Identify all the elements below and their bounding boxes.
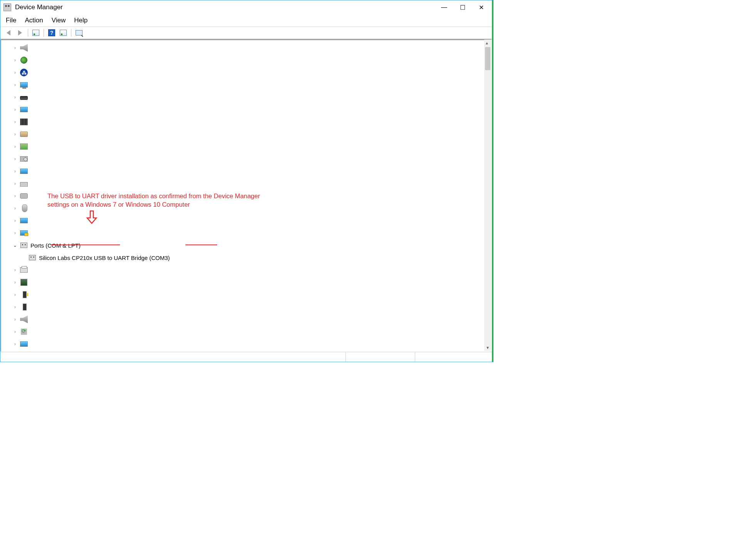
sensors-icon bbox=[20, 303, 28, 311]
tree-item-cp210x[interactable]: Silicon Labs CP210x USB to UART Bridge (… bbox=[13, 251, 484, 264]
tree-item[interactable]: › bbox=[13, 103, 484, 116]
tree-item[interactable]: › bbox=[13, 91, 484, 103]
tree-item[interactable]: › bbox=[13, 54, 484, 66]
serial-port-icon bbox=[28, 253, 37, 262]
tree-item[interactable]: › bbox=[13, 276, 484, 288]
chevron-right-icon[interactable]: › bbox=[13, 329, 17, 334]
imaging-devices-icon bbox=[20, 155, 28, 163]
bluetooth-icon: ⁂ bbox=[20, 68, 28, 77]
tree-item[interactable]: › bbox=[13, 128, 484, 140]
tree-item[interactable]: › bbox=[13, 153, 484, 165]
chevron-right-icon[interactable]: › bbox=[13, 193, 17, 199]
tree-item[interactable]: › bbox=[13, 301, 484, 313]
nav-back-button[interactable] bbox=[3, 29, 13, 37]
tree-item[interactable]: › bbox=[13, 264, 484, 276]
menu-view[interactable]: View bbox=[52, 17, 66, 24]
print-queues-icon bbox=[20, 266, 28, 274]
tree-item-ports[interactable]: ⌄ Ports (COM & LPT) bbox=[13, 239, 484, 251]
tree-item[interactable]: › bbox=[13, 116, 484, 128]
arrow-left-icon bbox=[7, 30, 10, 35]
scroll-down-icon[interactable]: ▼ bbox=[486, 344, 490, 351]
maximize-button[interactable]: ☐ bbox=[453, 1, 472, 13]
tree-item[interactable]: › bbox=[13, 288, 484, 301]
chevron-right-icon[interactable]: › bbox=[13, 82, 17, 88]
help-button[interactable]: ? bbox=[47, 29, 57, 37]
sheet-icon bbox=[32, 30, 39, 36]
chevron-right-icon[interactable]: › bbox=[13, 156, 17, 162]
hid-icon bbox=[20, 130, 28, 138]
tree-item[interactable]: › bbox=[13, 214, 484, 227]
display-adapters-icon bbox=[20, 105, 28, 114]
tree-item[interactable]: › bbox=[13, 140, 484, 153]
annotation-text: The USB to UART driver installation as c… bbox=[47, 192, 263, 209]
chevron-right-icon[interactable]: › bbox=[13, 144, 17, 149]
tree-item[interactable]: ›⁂ bbox=[13, 66, 484, 79]
chevron-right-icon[interactable]: › bbox=[13, 341, 17, 347]
chevron-right-icon[interactable]: › bbox=[13, 169, 17, 174]
tree-item[interactable]: › bbox=[13, 42, 484, 54]
window-controls: — ☐ ✕ bbox=[435, 1, 490, 13]
chevron-right-icon[interactable]: › bbox=[13, 57, 17, 63]
scroll-up-icon[interactable]: ▲ bbox=[485, 40, 490, 46]
device-tree[interactable]: › › ›⁂ › › › › › › › › › › › › › ⌄ Ports… bbox=[1, 40, 484, 351]
toolbar-separator bbox=[71, 29, 71, 37]
ide-controllers-icon bbox=[20, 142, 28, 151]
security-devices-icon bbox=[20, 290, 28, 299]
nav-forward-button[interactable] bbox=[15, 29, 25, 37]
titlebar: Device Manager — ☐ ✕ bbox=[0, 0, 492, 14]
properties-button[interactable] bbox=[31, 29, 41, 37]
menu-action[interactable]: Action bbox=[25, 17, 43, 24]
chevron-right-icon[interactable]: › bbox=[13, 230, 17, 236]
close-button[interactable]: ✕ bbox=[472, 1, 490, 13]
chevron-right-icon[interactable]: › bbox=[13, 94, 17, 100]
arrow-right-icon bbox=[18, 30, 22, 35]
toolbar-separator bbox=[44, 29, 44, 37]
tree-item[interactable]: › bbox=[13, 338, 484, 350]
processors-icon bbox=[20, 278, 28, 287]
tree-item[interactable]: › bbox=[13, 326, 484, 338]
chevron-right-icon[interactable]: › bbox=[13, 181, 17, 186]
audio-inputs-icon bbox=[20, 44, 28, 52]
chevron-right-icon[interactable]: › bbox=[13, 304, 17, 310]
batteries-icon bbox=[20, 56, 28, 64]
chevron-right-icon[interactable]: › bbox=[13, 280, 17, 285]
chevron-right-icon[interactable]: › bbox=[13, 132, 17, 137]
window-title: Device Manager bbox=[15, 3, 63, 11]
chevron-right-icon[interactable]: › bbox=[13, 70, 17, 75]
sheet-play-icon bbox=[60, 30, 67, 36]
tree-item[interactable]: › bbox=[13, 177, 484, 190]
monitor-magnifier-icon bbox=[76, 30, 83, 35]
chevron-right-icon[interactable]: › bbox=[13, 206, 17, 211]
help-icon: ? bbox=[48, 29, 55, 36]
menu-file[interactable]: File bbox=[6, 17, 16, 24]
chevron-right-icon[interactable]: › bbox=[13, 267, 17, 273]
chevron-right-icon[interactable]: › bbox=[13, 317, 17, 322]
toolbar-separator bbox=[28, 29, 28, 37]
mice-icon bbox=[20, 204, 28, 213]
minimize-button[interactable]: — bbox=[435, 1, 453, 13]
content-area: › › ›⁂ › › › › › › › › › › › › › ⌄ Ports… bbox=[0, 39, 492, 352]
tree-item[interactable]: › bbox=[13, 350, 484, 351]
vertical-scrollbar[interactable]: ▲ ▼ bbox=[484, 40, 491, 351]
toolbar: ? bbox=[0, 27, 492, 39]
chevron-right-icon[interactable]: › bbox=[13, 218, 17, 223]
tree-item[interactable]: › bbox=[13, 227, 484, 239]
menu-help[interactable]: Help bbox=[74, 17, 88, 24]
chevron-down-icon[interactable]: ⌄ bbox=[13, 243, 17, 248]
tree-item[interactable]: › bbox=[13, 313, 484, 326]
irda-icon bbox=[20, 167, 28, 175]
firmware-icon bbox=[20, 118, 28, 126]
app-icon bbox=[3, 3, 11, 11]
chevron-right-icon[interactable]: › bbox=[13, 292, 17, 297]
scan-hardware-button[interactable] bbox=[58, 29, 68, 37]
tree-item[interactable]: › bbox=[13, 79, 484, 91]
storage-controllers-icon bbox=[20, 340, 28, 348]
memory-tech-icon bbox=[20, 192, 28, 200]
tree-item[interactable]: › bbox=[13, 165, 484, 177]
chevron-right-icon[interactable]: › bbox=[13, 107, 17, 112]
chevron-right-icon[interactable]: › bbox=[13, 45, 17, 51]
tree-item-label: Ports (COM & LPT) bbox=[30, 242, 81, 249]
show-hidden-button[interactable] bbox=[74, 29, 84, 37]
scrollbar-thumb[interactable] bbox=[485, 47, 490, 70]
chevron-right-icon[interactable]: › bbox=[13, 119, 17, 125]
